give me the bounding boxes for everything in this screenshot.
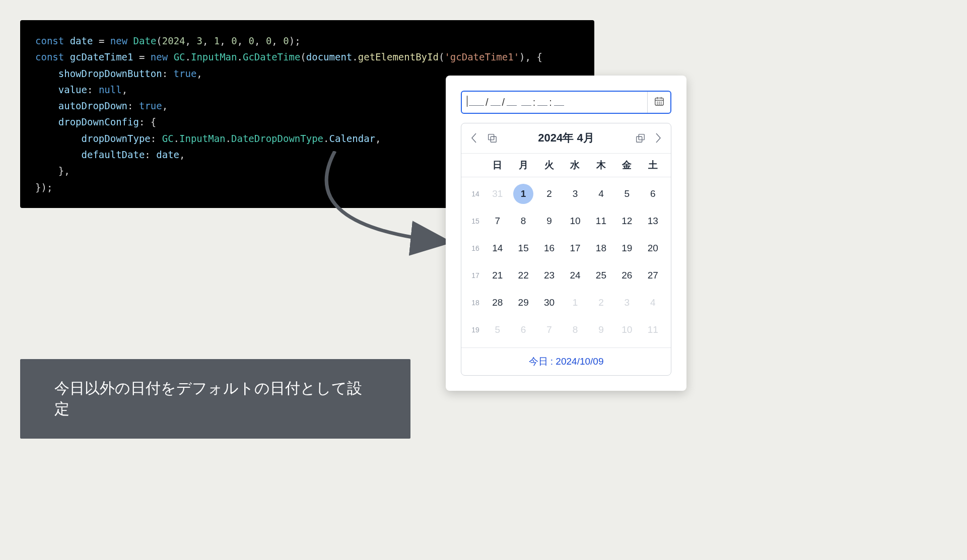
calendar-day[interactable]: 5 <box>485 320 510 340</box>
calendar-day[interactable]: 9 <box>588 320 614 340</box>
svg-point-9 <box>659 104 659 104</box>
svg-point-7 <box>661 102 661 102</box>
calendar-day[interactable]: 28 <box>485 293 510 313</box>
calendar-header: 2024年 4月 <box>461 123 671 153</box>
svg-rect-12 <box>491 136 496 142</box>
weekday-sun: 日 <box>485 159 510 172</box>
calendar-day[interactable]: 29 <box>510 293 536 313</box>
svg-point-8 <box>657 104 657 104</box>
calendar-day[interactable]: 3 <box>614 293 640 313</box>
calendar-day[interactable]: 4 <box>640 293 666 313</box>
copy-back-icon[interactable] <box>487 132 498 144</box>
week-number: 15 <box>466 217 485 225</box>
svg-point-6 <box>659 102 659 102</box>
calendar-day[interactable]: 8 <box>510 211 536 231</box>
dropdown-button[interactable] <box>647 92 670 113</box>
calendar-day[interactable]: 1 <box>513 184 533 204</box>
weekday-fri: 金 <box>614 159 640 172</box>
next-month-button[interactable] <box>655 132 662 144</box>
weekday-tue: 火 <box>536 159 562 172</box>
copy-forward-icon[interactable] <box>635 132 646 144</box>
calendar-day[interactable]: 2 <box>536 184 562 204</box>
calendar-panel: // :: <box>446 76 686 391</box>
calendar-day[interactable]: 22 <box>510 265 536 286</box>
caption-text: 今日以外の日付をデフォルトの日付として設定 <box>54 380 362 417</box>
calendar-day[interactable]: 6 <box>510 320 536 340</box>
calendar-day[interactable]: 3 <box>562 184 588 204</box>
week-number: 19 <box>466 326 485 334</box>
calendar-day[interactable]: 1 <box>562 293 588 313</box>
weekday-sat: 土 <box>640 159 666 172</box>
date-input[interactable]: // :: <box>461 91 671 114</box>
calendar-day[interactable]: 9 <box>536 211 562 231</box>
weekday-mon: 月 <box>510 159 536 172</box>
calendar-day[interactable]: 17 <box>562 238 588 258</box>
calendar-row: 1431123456 <box>466 180 666 207</box>
calendar-day[interactable]: 30 <box>536 293 562 313</box>
calendar-row: 1578910111213 <box>466 207 666 235</box>
week-number: 16 <box>466 244 485 252</box>
calendar-title[interactable]: 2024年 4月 <box>538 130 594 146</box>
week-number: 14 <box>466 190 485 198</box>
today-link[interactable]: 今日 : 2024/10/09 <box>461 347 671 375</box>
week-number: 18 <box>466 299 485 307</box>
calendar-icon <box>654 96 665 109</box>
svg-rect-13 <box>639 134 644 140</box>
caption-box: 今日以外の日付をデフォルトの日付として設定 <box>20 359 410 439</box>
calendar-day[interactable]: 14 <box>485 238 510 258</box>
weekday-thu: 木 <box>588 159 614 172</box>
calendar-day[interactable]: 27 <box>640 265 666 286</box>
calendar-day[interactable]: 13 <box>640 211 666 231</box>
svg-point-10 <box>661 104 661 104</box>
calendar-day[interactable]: 21 <box>485 265 510 286</box>
calendar-day[interactable]: 18 <box>588 238 614 258</box>
svg-point-5 <box>657 102 657 102</box>
calendar-day[interactable]: 19 <box>614 238 640 258</box>
calendar-day[interactable]: 7 <box>536 320 562 340</box>
prev-month-button[interactable] <box>470 132 477 144</box>
svg-rect-11 <box>489 134 494 140</box>
calendar-day[interactable]: 5 <box>614 184 640 204</box>
calendar-day[interactable]: 23 <box>536 265 562 286</box>
calendar-day[interactable]: 12 <box>614 211 640 231</box>
calendar-day[interactable]: 16 <box>536 238 562 258</box>
weekday-wed: 水 <box>562 159 588 172</box>
calendar-day[interactable]: 11 <box>640 320 666 340</box>
calendar-row: 1614151617181920 <box>466 235 666 262</box>
calendar-day[interactable]: 10 <box>614 320 640 340</box>
date-input-mask: // :: <box>467 97 647 108</box>
calendar-row: 182829301234 <box>466 289 666 316</box>
calendar-day[interactable]: 2 <box>588 293 614 313</box>
calendar-day[interactable]: 10 <box>562 211 588 231</box>
calendar-day[interactable]: 11 <box>588 211 614 231</box>
calendar-day[interactable]: 8 <box>562 320 588 340</box>
calendar-grid: 1431123456157891011121316141516171819201… <box>461 177 671 347</box>
calendar-day[interactable]: 20 <box>640 238 666 258</box>
svg-rect-14 <box>637 136 642 142</box>
calendar-day[interactable]: 25 <box>588 265 614 286</box>
calendar-day[interactable]: 4 <box>588 184 614 204</box>
calendar-day[interactable]: 6 <box>640 184 666 204</box>
calendar-day[interactable]: 31 <box>485 184 510 204</box>
week-number: 17 <box>466 271 485 279</box>
calendar-weekdays: 日 月 火 水 木 金 土 <box>461 153 671 177</box>
calendar-day[interactable]: 26 <box>614 265 640 286</box>
calendar-day[interactable]: 24 <box>562 265 588 286</box>
calendar-day[interactable]: 15 <box>510 238 536 258</box>
calendar-row: 1721222324252627 <box>466 262 666 289</box>
calendar-row: 19567891011 <box>466 316 666 343</box>
calendar-day[interactable]: 7 <box>485 211 510 231</box>
calendar-dropdown: 2024年 4月 日 月 火 水 木 金 土 <box>461 123 671 376</box>
